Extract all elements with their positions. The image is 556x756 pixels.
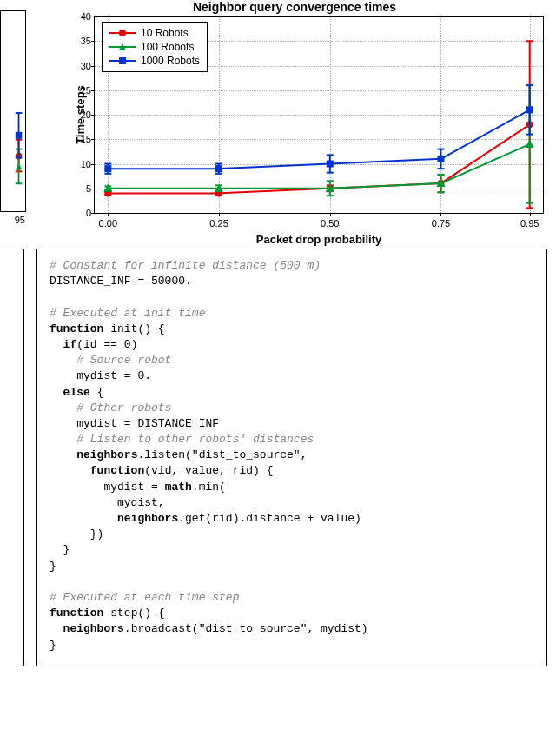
- partial-left-chart-sliver: 95: [0, 10, 26, 212]
- svg-rect-66: [327, 161, 334, 168]
- y-tick-label: 5: [69, 183, 91, 194]
- code-region: # Constant for infinite distance (500 m)…: [0, 249, 556, 666]
- sliver-svg: [1, 11, 25, 211]
- code-panel: # Constant for infinite distance (500 m)…: [36, 249, 547, 666]
- legend-label: 10 Robots: [141, 27, 189, 39]
- legend-swatch-100: [109, 41, 136, 53]
- plot-area: Time steps Packet drop probability 05101…: [94, 16, 544, 214]
- partial-left-code-sliver: [0, 249, 24, 666]
- y-tick-label: 40: [69, 11, 91, 22]
- y-tick-label: 20: [69, 109, 91, 120]
- x-tick-label: 0.00: [99, 218, 117, 229]
- x-tick-label: 0.75: [432, 218, 450, 229]
- svg-marker-13: [119, 43, 126, 50]
- chart-title: Neighbor query convergence times: [40, 0, 549, 14]
- svg-rect-62: [215, 165, 222, 172]
- x-tick-label: 0.25: [209, 218, 228, 229]
- svg-rect-74: [526, 106, 533, 113]
- y-tick-label: 30: [69, 61, 91, 71]
- legend-row: 100 Robots: [109, 40, 200, 54]
- legend-swatch-1000: [109, 55, 136, 67]
- y-tick-label: 25: [69, 85, 91, 96]
- svg-rect-58: [104, 165, 111, 172]
- svg-rect-70: [437, 156, 444, 162]
- y-tick-label: 10: [69, 159, 91, 169]
- svg-rect-14: [119, 57, 126, 64]
- x-tick-label: 0.95: [520, 218, 539, 229]
- legend-row: 10 Robots: [109, 26, 200, 40]
- legend-label: 1000 Robots: [141, 55, 200, 67]
- legend-label: 100 Robots: [141, 41, 194, 53]
- chart-region: 95 Neighbor query convergence times Time…: [0, 0, 556, 243]
- y-tick-label: 0: [69, 208, 91, 218]
- legend-row: 1000 Robots: [109, 54, 200, 68]
- x-tick-label: 0.50: [321, 218, 339, 229]
- sliver-x-tick: 95: [15, 215, 25, 225]
- svg-point-12: [119, 30, 126, 36]
- svg-rect-11: [16, 132, 22, 139]
- svg-marker-54: [526, 140, 534, 148]
- svg-marker-7: [16, 162, 22, 169]
- y-tick-label: 15: [69, 134, 91, 144]
- main-chart: Neighbor query convergence times Time st…: [40, 0, 549, 243]
- y-tick-label: 35: [69, 36, 91, 46]
- legend-swatch-10: [109, 27, 136, 39]
- legend: 10 Robots 100 Robots 1000 Robots: [102, 22, 208, 72]
- x-axis-label: Packet drop probability: [256, 233, 381, 246]
